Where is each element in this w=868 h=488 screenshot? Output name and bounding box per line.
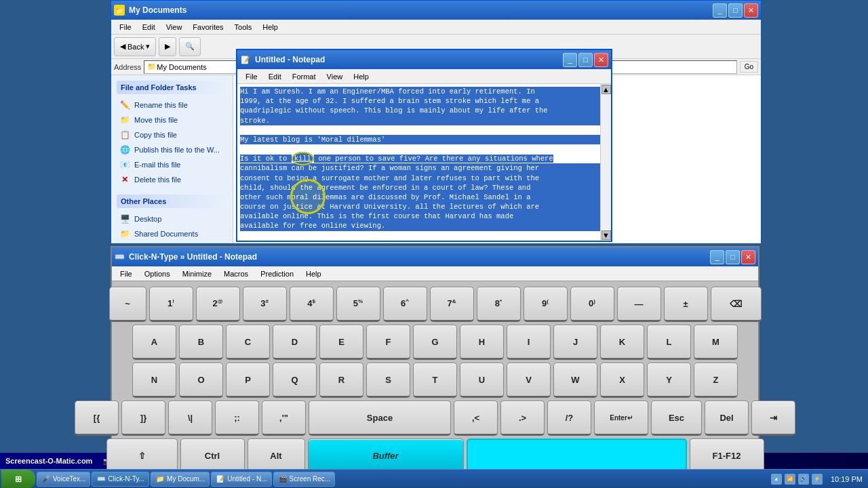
notepad-menu-view[interactable]: View — [321, 71, 349, 82]
menu-tools[interactable]: Tools — [229, 22, 258, 33]
menu-help[interactable]: Help — [257, 22, 283, 33]
cnt-maximize-button[interactable]: □ — [726, 250, 740, 264]
key-quote[interactable]: ,'" — [262, 401, 306, 436]
key-x[interactable]: X — [600, 363, 644, 398]
notepad-close-button[interactable]: ✕ — [594, 53, 608, 67]
key-e[interactable]: E — [319, 325, 363, 360]
key-a[interactable]: A — [132, 325, 176, 360]
key-backspace[interactable]: ⌫ — [711, 287, 762, 322]
key-8[interactable]: 8* — [477, 287, 521, 322]
notepad-text-area[interactable]: Hi I am Suresh. I am an Engineer/MBA for… — [237, 84, 611, 241]
notepad-menu-format[interactable]: Format — [287, 71, 321, 82]
sidebar-email-file[interactable]: 📧 E-mail this file — [117, 158, 227, 171]
key-dash[interactable]: — — [617, 287, 661, 322]
scrollbar-up-button[interactable]: ▲ — [601, 85, 611, 94]
taskbar-clickntype[interactable]: ⌨️ Click-N-Ty... — [92, 472, 149, 487]
search-button[interactable]: 🔍 — [179, 37, 201, 56]
cnt-menu-file[interactable]: File — [115, 268, 138, 279]
key-backslash[interactable]: \| — [168, 401, 212, 436]
cnt-menu-prediction[interactable]: Prediction — [255, 268, 299, 279]
key-tilde[interactable]: ~ — [109, 287, 146, 322]
sidebar-rename-file[interactable]: ✏️ Rename this file — [117, 98, 227, 112]
key-y[interactable]: Y — [647, 363, 691, 398]
cnt-menu-minimize[interactable]: Minimize — [177, 268, 217, 279]
taskbar-mydocs[interactable]: 📁 My Docum... — [151, 472, 210, 487]
key-bracket-open[interactable]: [{ — [75, 401, 119, 436]
key-space[interactable]: Space — [309, 401, 451, 436]
notepad-minimize-button[interactable]: _ — [563, 53, 577, 67]
key-7[interactable]: 7& — [430, 287, 474, 322]
key-enter[interactable]: Enter↵ — [594, 401, 648, 436]
key-5[interactable]: 5% — [336, 287, 380, 322]
key-0[interactable]: 0) — [570, 287, 614, 322]
key-period[interactable]: .> — [500, 401, 545, 436]
key-j[interactable]: J — [553, 325, 597, 360]
start-button[interactable]: ⊞ — [1, 470, 35, 489]
menu-file[interactable]: File — [114, 22, 137, 33]
key-b[interactable]: B — [179, 325, 223, 360]
sidebar-shared-docs[interactable]: 📁 Shared Documents — [117, 227, 227, 241]
forward-button[interactable]: ▶ — [159, 37, 176, 56]
key-q[interactable]: Q — [273, 363, 317, 398]
key-tab[interactable]: ⇥ — [751, 401, 795, 436]
key-u[interactable]: U — [460, 363, 504, 398]
maximize-button[interactable]: □ — [728, 3, 743, 18]
key-2[interactable]: 2@ — [196, 287, 240, 322]
close-button[interactable]: ✕ — [744, 3, 758, 18]
key-g[interactable]: G — [413, 325, 457, 360]
key-bracket-close[interactable]: ]} — [121, 401, 165, 436]
scrollbar-down-button[interactable]: ▼ — [601, 230, 611, 240]
minimize-button[interactable]: _ — [713, 3, 727, 18]
key-w[interactable]: W — [553, 363, 597, 398]
menu-view[interactable]: View — [161, 22, 188, 33]
key-l[interactable]: L — [647, 325, 691, 360]
key-semicolon[interactable]: ;: — [215, 401, 259, 436]
key-comma[interactable]: ,< — [454, 401, 498, 436]
sidebar-move-file[interactable]: 📁 Move this file — [117, 113, 227, 127]
back-button[interactable]: ◀ Back ▾ — [114, 37, 156, 56]
key-r[interactable]: R — [319, 363, 363, 398]
sidebar-delete-file[interactable]: ✕ Delete this file — [117, 173, 227, 186]
taskbar-screenrec[interactable]: 🎬 Screen Rec... — [273, 472, 336, 487]
key-z[interactable]: Z — [694, 363, 738, 398]
cnt-menu-macros[interactable]: Macros — [218, 268, 254, 279]
cnt-menu-options[interactable]: Options — [139, 268, 176, 279]
go-button[interactable]: Go — [740, 61, 758, 73]
key-t[interactable]: T — [413, 363, 457, 398]
menu-edit[interactable]: Edit — [137, 22, 161, 33]
key-3[interactable]: 3# — [243, 287, 287, 322]
key-9[interactable]: 9( — [524, 287, 568, 322]
key-i[interactable]: I — [507, 325, 551, 360]
key-c[interactable]: C — [226, 325, 270, 360]
key-4[interactable]: 4$ — [290, 287, 334, 322]
menu-favorites[interactable]: Favorites — [187, 22, 229, 33]
sidebar-publish-file[interactable]: 🌐 Publish this file to the W... — [117, 143, 227, 157]
key-s[interactable]: S — [366, 363, 410, 398]
key-n[interactable]: N — [132, 363, 176, 398]
key-plus[interactable]: ± — [664, 287, 708, 322]
key-f[interactable]: F — [366, 325, 410, 360]
cnt-minimize-button[interactable]: _ — [710, 250, 724, 264]
taskbar-voicetex[interactable]: 🎤 VoiceTex... — [37, 472, 90, 487]
key-d[interactable]: D — [273, 325, 317, 360]
key-k[interactable]: K — [600, 325, 644, 360]
key-esc[interactable]: Esc — [651, 401, 702, 436]
taskbar-notepad[interactable]: 📝 Untitled - N... — [211, 472, 271, 487]
key-slash[interactable]: /? — [547, 401, 591, 436]
notepad-menu-edit[interactable]: Edit — [263, 71, 287, 82]
cnt-menu-help[interactable]: Help — [300, 268, 327, 279]
key-h[interactable]: H — [460, 325, 504, 360]
sidebar-copy-file[interactable]: 📋 Copy this file — [117, 128, 227, 142]
notepad-scrollbar[interactable]: ▲ ▼ — [600, 84, 611, 241]
key-p[interactable]: P — [226, 363, 270, 398]
notepad-menu-file[interactable]: File — [240, 71, 263, 82]
sidebar-desktop[interactable]: 🖥️ Desktop — [117, 212, 227, 226]
key-del[interactable]: Del — [705, 401, 749, 436]
notepad-menu-help[interactable]: Help — [348, 71, 374, 82]
key-o[interactable]: O — [179, 363, 223, 398]
key-v[interactable]: V — [507, 363, 551, 398]
notepad-maximize-button[interactable]: □ — [578, 53, 593, 67]
cnt-close-button[interactable]: ✕ — [741, 250, 755, 264]
key-m[interactable]: M — [694, 325, 738, 360]
key-6[interactable]: 6^ — [383, 287, 427, 322]
